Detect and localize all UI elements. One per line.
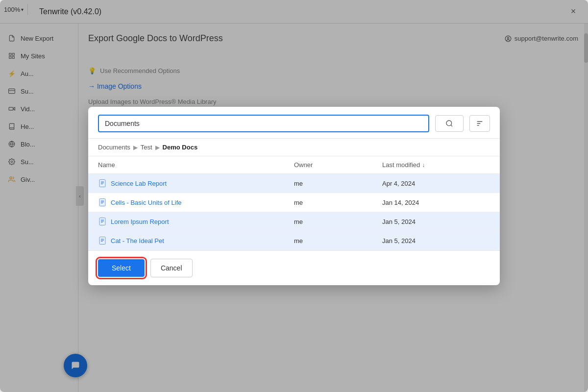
doc-icon — [98, 217, 107, 226]
cell-date: Jan 5, 2024 — [382, 217, 490, 226]
cell-name: Cells - Basic Units of Life — [98, 198, 294, 207]
table-row[interactable]: Cat - The Ideal Pet me Jan 5, 2024 — [88, 231, 500, 250]
doc-icon — [98, 236, 107, 245]
col-header-last-modified[interactable]: Last modified ↓ — [382, 161, 490, 169]
table-row[interactable]: Science Lab Report me Apr 4, 2024 — [88, 174, 500, 193]
table-header: Name Owner Last modified ↓ — [88, 156, 500, 174]
modal-footer: Select Cancel — [88, 250, 500, 285]
col-header-name: Name — [98, 161, 294, 169]
breadcrumb: Documents ▶ Test ▶ Demo Docs — [88, 139, 500, 156]
cell-name: Lorem Ipsum Report — [98, 217, 294, 226]
search-input-wrapper — [98, 115, 429, 132]
breadcrumb-sep-2: ▶ — [155, 144, 160, 151]
breadcrumb-documents[interactable]: Documents — [98, 144, 130, 151]
cell-date: Jan 14, 2024 — [382, 198, 490, 207]
table-row[interactable]: Lorem Ipsum Report me Jan 5, 2024 — [88, 212, 500, 231]
cell-owner: me — [294, 179, 382, 188]
cell-owner: me — [294, 217, 382, 226]
col-header-owner: Owner — [294, 161, 382, 169]
svg-rect-27 — [99, 218, 105, 225]
cancel-button[interactable]: Cancel — [150, 259, 193, 277]
search-icon — [445, 120, 453, 127]
cell-name: Science Lab Report — [98, 179, 294, 188]
app-window: 100% ▾ Tenwrite (v0.42.0) × New Export — [0, 0, 588, 392]
modal-overlay: Documents ▶ Test ▶ Demo Docs Name Owner … — [0, 0, 588, 392]
doc-icon — [98, 198, 107, 207]
cell-owner: me — [294, 236, 382, 245]
breadcrumb-test[interactable]: Test — [141, 144, 152, 151]
sort-button[interactable] — [469, 115, 490, 132]
cell-owner: me — [294, 198, 382, 207]
svg-rect-31 — [99, 237, 105, 245]
svg-point-14 — [446, 121, 452, 126]
cell-name: Cat - The Ideal Pet — [98, 236, 294, 245]
file-table: Science Lab Report me Apr 4, 2024 — [88, 174, 500, 250]
sort-icon — [476, 120, 484, 127]
modal-search-row — [88, 107, 500, 139]
table-row[interactable]: Cells - Basic Units of Life me Jan 14, 2… — [88, 193, 500, 212]
svg-rect-19 — [99, 180, 105, 187]
cell-date: Jan 5, 2024 — [382, 236, 490, 245]
search-input[interactable] — [98, 115, 429, 132]
breadcrumb-demo-docs[interactable]: Demo Docs — [163, 144, 198, 151]
breadcrumb-sep-1: ▶ — [133, 144, 138, 151]
search-button[interactable] — [435, 115, 464, 132]
cell-date: Apr 4, 2024 — [382, 179, 490, 188]
svg-line-15 — [451, 125, 452, 126]
select-button[interactable]: Select — [98, 259, 145, 277]
doc-icon — [98, 179, 107, 188]
file-picker-modal: Documents ▶ Test ▶ Demo Docs Name Owner … — [88, 107, 500, 285]
sort-desc-icon: ↓ — [422, 162, 425, 169]
svg-rect-23 — [99, 199, 105, 206]
